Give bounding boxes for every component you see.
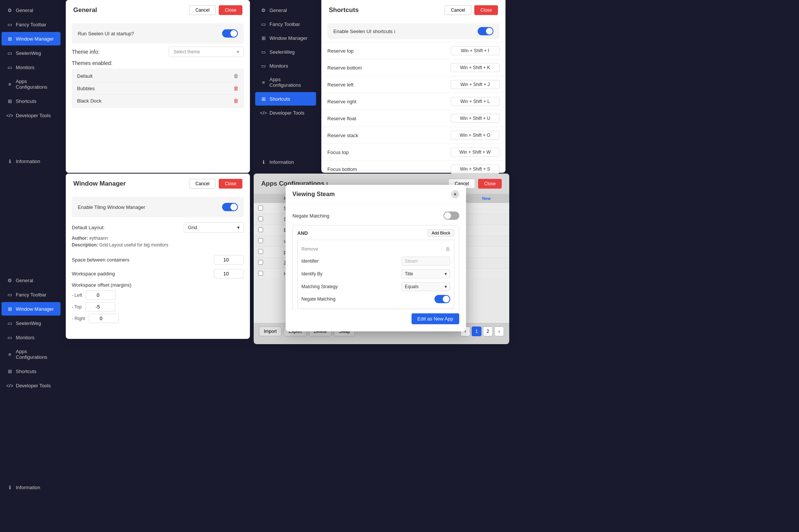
next-page-button[interactable]: ›	[494, 326, 504, 336]
viewing-steam-modal: Viewing Steam × Negate Matching AND Add …	[286, 185, 466, 331]
modal-close-button[interactable]: ×	[451, 190, 459, 198]
delete-icon-default[interactable]: 🗑	[233, 73, 239, 79]
offset-left-input[interactable]	[86, 290, 116, 300]
theme-select[interactable]: Select theme ▾	[169, 47, 244, 57]
shortcut-key-reserve-top[interactable]: Win + Shift + I	[451, 46, 499, 55]
sidebar-item-seelenweg[interactable]: ▭ SeelenWeg	[2, 46, 61, 60]
sidebar-item-general[interactable]: ⚙ General	[2, 3, 61, 17]
space-between-input[interactable]	[214, 255, 244, 264]
shortcut-key-reserve-bottom[interactable]: Win + Shift + K	[451, 63, 499, 72]
sidebar-middle-apps-configurations[interactable]: ≡ Apps Configurations	[255, 73, 316, 92]
workspace-padding-row: Workspace padding	[66, 267, 250, 281]
shortcut-row-reserve-float: Reserve float Win + Shift + U	[321, 110, 505, 127]
sidebar-item-apps-configurations[interactable]: ≡ Apps Configurations	[2, 75, 61, 94]
shortcuts-enable-label: Enable Seelen UI shortcuts ℹ	[333, 29, 395, 34]
sidebar-middle-shortcuts[interactable]: ⊞ Shortcuts	[255, 92, 316, 106]
page-1-button[interactable]: 1	[472, 326, 481, 336]
shortcut-key-reserve-stack[interactable]: Win + Shift + O	[451, 131, 499, 140]
sidebar-item-seelenweg-b[interactable]: ▭ SeelenWeg	[2, 316, 61, 330]
wm-close-button[interactable]: Close	[219, 179, 242, 189]
author-info: Author: eythaann	[66, 235, 250, 242]
sidebar-left: ⚙ General ▭ Fancy Toolbar ⊞ Window Manag…	[0, 0, 62, 173]
shortcut-key-reserve-left[interactable]: Win + Shift + J	[451, 80, 499, 89]
sidebar-item-monitors-b[interactable]: ▭ Monitors	[2, 331, 61, 344]
space-between-row: Space between containers	[66, 253, 250, 267]
row6-check[interactable]	[258, 260, 263, 265]
shortcuts-title: Shortcuts	[329, 6, 359, 14]
modal-body: Negate Matching AND Add Block Remove 🗑 I…	[286, 204, 466, 309]
delete-icon-black-dock[interactable]: 🗑	[233, 98, 239, 104]
startup-toggle[interactable]	[222, 29, 238, 38]
apps-close-button[interactable]: Close	[478, 179, 502, 189]
sidebar-item-fancy-toolbar[interactable]: ▭ Fancy Toolbar	[2, 18, 61, 31]
sidebar-item-apps-configurations-b[interactable]: ≡ Apps Configurations	[2, 345, 61, 364]
sidebar-middle-fancy-toolbar[interactable]: ▭ Fancy Toolbar	[255, 17, 316, 31]
general-cancel-button[interactable]: Cancel	[189, 5, 216, 15]
remove-button[interactable]: Remove	[301, 246, 318, 252]
shortcut-key-focus-bottom[interactable]: Win + Shift + S	[451, 165, 499, 174]
shortcuts-icon: ⊞	[7, 98, 13, 104]
row1-check[interactable]	[258, 206, 263, 210]
sidebar-middle-window-manager[interactable]: ⊞ Window Manager	[255, 31, 316, 45]
sidebar-item-developer-tools[interactable]: </> Developer Tools	[2, 109, 61, 122]
row5-check[interactable]	[258, 249, 263, 254]
sidebar-middle-seelenweg[interactable]: ▭ SeelenWeg	[255, 45, 316, 59]
gear-icon-b: ⚙	[7, 277, 13, 283]
shortcuts-close-button[interactable]: Close	[474, 5, 498, 15]
import-button[interactable]: Import	[259, 326, 281, 336]
row2-check[interactable]	[258, 216, 263, 221]
sidebar-middle-monitors[interactable]: ▭ Monitors	[255, 59, 316, 73]
row7-check[interactable]	[258, 271, 263, 276]
window-manager-icon: ⊞	[7, 36, 13, 42]
and-block: AND Add Block Remove 🗑 Identifier Steam …	[292, 225, 459, 309]
delete-icon-bubbles[interactable]: 🗑	[233, 85, 239, 91]
matching-strategy-select[interactable]: Equals ▾	[401, 282, 450, 291]
edit-as-new-app-button[interactable]: Edit as New App	[412, 313, 459, 324]
sidebar-middle-general[interactable]: ⚙ General	[255, 3, 316, 17]
identifier-input[interactable]: Steam	[401, 257, 450, 266]
enable-tiling-section: Enable Tiling Window Manager	[72, 197, 244, 217]
chevron-down-icon-ms: ▾	[445, 284, 447, 289]
sidebar-middle-developer-tools[interactable]: </> Developer Tools	[255, 106, 316, 119]
general-close-button[interactable]: Close	[219, 5, 242, 15]
sidebar-item-developer-tools-b[interactable]: </> Developer Tools	[2, 379, 61, 392]
sidebar-item-monitors[interactable]: ▭ Monitors	[2, 60, 61, 74]
shortcut-key-reserve-right[interactable]: Win + Shift + L	[451, 97, 499, 106]
sidebar-item-information[interactable]: ℹ Information	[2, 154, 61, 168]
default-layout-label: Default Layout:	[72, 225, 104, 230]
modal-negate-toggle[interactable]	[443, 212, 459, 220]
shortcuts-cancel-button[interactable]: Cancel	[445, 5, 471, 15]
shortcut-key-reserve-float[interactable]: Win + Shift + U	[451, 114, 499, 123]
offset-right-input[interactable]	[89, 314, 119, 323]
modal-negate-row: Negate Matching	[292, 209, 459, 223]
layout-select[interactable]: Grid ▾	[184, 222, 244, 233]
row3-check[interactable]	[258, 227, 263, 232]
add-block-button[interactable]: Add Block	[427, 229, 454, 237]
sidebar-item-shortcuts-b[interactable]: ⊞ Shortcuts	[2, 364, 61, 378]
shortcut-key-focus-top[interactable]: Win + Shift + W	[451, 148, 499, 157]
shortcuts-toggle[interactable]	[478, 27, 493, 35]
sidebar-item-shortcuts[interactable]: ⊞ Shortcuts	[2, 94, 61, 108]
shortcut-row-focus-top: Focus top Win + Shift + W	[321, 144, 505, 160]
sidebar-item-window-manager-b[interactable]: ⊞ Window Manager	[2, 302, 61, 316]
page-2-button[interactable]: 2	[483, 326, 493, 336]
sidebar-item-general-b[interactable]: ⚙ General	[2, 274, 61, 287]
trash-icon[interactable]: 🗑	[445, 246, 450, 252]
col-check	[258, 196, 281, 201]
enable-tiling-toggle[interactable]	[222, 203, 238, 211]
wm-cancel-button[interactable]: Cancel	[189, 179, 216, 189]
row4-check[interactable]	[258, 238, 263, 243]
identify-by-select[interactable]: Title ▾	[401, 269, 450, 278]
modal-negate-label: Negate Matching	[292, 213, 329, 219]
offset-top-input[interactable]	[85, 302, 115, 311]
monitors-icon: ▭	[7, 64, 13, 70]
m-info-icon: ℹ	[260, 159, 266, 165]
workspace-padding-input[interactable]	[214, 269, 244, 278]
sidebar-item-fancy-toolbar-b[interactable]: ▭ Fancy Toolbar	[2, 288, 61, 301]
sidebar-middle-information[interactable]: ℹ Information	[255, 155, 315, 169]
sidebar-item-information-bottom[interactable]: ℹ Information	[2, 481, 45, 494]
offset-left-row: - Left	[72, 289, 244, 301]
sidebar-item-window-manager[interactable]: ⊞ Window Manager	[2, 32, 61, 45]
and-block-header: AND Add Block	[297, 229, 454, 237]
block-negate-toggle[interactable]	[434, 295, 450, 303]
